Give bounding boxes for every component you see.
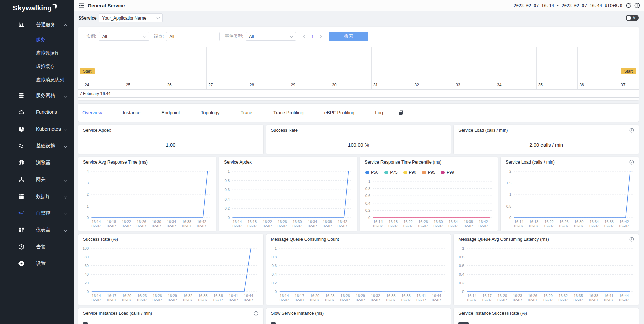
tab-trace-profiling[interactable]: Trace Profiling: [273, 110, 304, 115]
tab-ebpf-profiling[interactable]: eBPF Profiling: [324, 110, 354, 115]
tab-list: OverviewInstanceEndpointTopologyTraceTra…: [82, 110, 404, 115]
sidebar-item-浏览器[interactable]: 浏览器: [0, 154, 74, 171]
svg-text:16:22: 16:22: [263, 220, 272, 224]
svg-text:16:17: 16:17: [295, 294, 304, 298]
event-start-badge[interactable]: Start: [621, 68, 636, 74]
sidebar-item-服务网格[interactable]: 服务网格: [0, 87, 74, 104]
chart-card-slow-service-instance: Slow Service Instance (ms): [266, 308, 451, 324]
svg-text:2: 2: [87, 192, 89, 196]
info-icon[interactable]: [634, 3, 640, 8]
chevron-down-icon: [64, 128, 67, 131]
timeline-tick-label: 33: [456, 83, 460, 87]
svg-text:40: 40: [85, 272, 89, 276]
view-toggle[interactable]: V: [626, 15, 639, 21]
endpoint-filter-input[interactable]: All: [166, 32, 220, 41]
svg-text:02-07: 02-07: [401, 298, 411, 302]
svg-text:16:26: 16:26: [559, 220, 569, 224]
stat-title: Success Rate: [271, 128, 298, 133]
sidebar-item-告警[interactable]: 告警: [0, 238, 74, 255]
search-button[interactable]: 搜索: [329, 32, 368, 41]
svg-text:16:29: 16:29: [544, 294, 553, 298]
legend-item-p50[interactable]: P50: [365, 170, 378, 175]
sidebar-subitem-虚拟消息队列[interactable]: 虚拟消息队列: [0, 73, 74, 87]
sidebar-item-基础设施[interactable]: 基础设施: [0, 137, 74, 154]
skywalking-logo[interactable]: Skywalking: [0, 0, 74, 16]
svg-text:02-07: 02-07: [122, 224, 131, 228]
collapse-sidebar-icon[interactable]: [79, 3, 84, 8]
tab-log[interactable]: Log: [375, 110, 383, 115]
current-page[interactable]: 1: [311, 34, 314, 39]
tab-instance[interactable]: Instance: [123, 110, 140, 115]
svg-text:02-07: 02-07: [574, 224, 584, 228]
svg-text:02-07: 02-07: [544, 224, 554, 228]
main-area: General-Service 2023-02-07 16:14 ~ 2023-…: [74, 0, 644, 324]
chart-title: Message Queue Consuming Count: [271, 237, 339, 242]
dots-icon: [18, 143, 25, 149]
sidebar-item-网关[interactable]: 网关: [0, 171, 74, 188]
sidebar-item-数据库[interactable]: 数据库: [0, 188, 74, 205]
info-icon[interactable]: [629, 160, 634, 165]
timeline-tick-label: 30: [332, 83, 336, 87]
timeline-current-time: 7 February 16:44: [80, 91, 110, 96]
chart-title: Service Apdex: [224, 159, 252, 165]
svg-text:1: 1: [87, 204, 89, 208]
charts-row-3: Service Instances Load (calls / min) Slo…: [78, 308, 639, 324]
svg-text:16:26: 16:26: [418, 220, 428, 224]
copy-pages-icon[interactable]: [398, 110, 404, 116]
timeline-tick-label: 34: [497, 83, 501, 87]
timezone-label: UTC+8:0: [605, 3, 622, 8]
sidebar-item-Kubernetes[interactable]: Kubernetes: [0, 120, 74, 137]
sidebar-item-设置[interactable]: 设置: [0, 255, 74, 272]
svg-text:16:18: 16:18: [389, 220, 398, 224]
tab-trace[interactable]: Trace: [241, 110, 252, 115]
timeline-tick-label: 25: [126, 83, 130, 87]
svg-text:16:20: 16:20: [310, 294, 319, 298]
refresh-icon[interactable]: [626, 3, 631, 8]
sidebar-item-label: 浏览器: [36, 159, 51, 166]
svg-text:16:14: 16:14: [373, 220, 383, 224]
instance-filter-select[interactable]: All: [99, 32, 149, 41]
info-icon[interactable]: [629, 237, 634, 242]
tab-topology[interactable]: Topology: [201, 110, 220, 115]
svg-text:02-07: 02-07: [182, 224, 191, 228]
sidebar-item-仪表盘[interactable]: 仪表盘: [0, 221, 74, 238]
stat-title: Service Apdex: [83, 128, 111, 133]
timeline-gridline: [536, 47, 537, 89]
toggle-knob: [627, 16, 631, 20]
sidebar-item-自监控[interactable]: Sw自监控: [0, 205, 74, 221]
sidebar-item-Functions[interactable]: Functions: [0, 104, 74, 120]
chart-card-mq-consuming-latency: Message Queue Avg Consuming Latency (ms)…: [454, 234, 639, 305]
event-start-badge[interactable]: Start: [80, 68, 95, 74]
event-type-filter-select[interactable]: All: [246, 32, 296, 41]
svg-text:02-07: 02-07: [213, 298, 223, 302]
timeline-tick-label: 35: [538, 83, 543, 87]
sidebar-item-普通服务[interactable]: 普通服务: [0, 16, 74, 33]
info-icon[interactable]: [629, 128, 634, 133]
svg-text:16:18: 16:18: [529, 220, 539, 224]
sidebar-subitem-服务[interactable]: 服务: [0, 33, 74, 46]
svg-text:16:34: 16:34: [449, 220, 458, 224]
service-select[interactable]: Your_ApplicationName: [99, 13, 163, 22]
legend-item-p95[interactable]: P95: [422, 170, 435, 175]
chart-card-service-apdex: Service Apdex 10.80.60.40.2016:1402-0716…: [219, 157, 357, 231]
time-range[interactable]: 2023-02-07 16:14 ~ 2023-02-07 16:44: [514, 3, 602, 8]
sidebar-subitem-虚拟缓存[interactable]: 虚拟缓存: [0, 60, 74, 73]
legend-item-p75[interactable]: P75: [384, 170, 397, 175]
legend-item-p90[interactable]: P90: [403, 170, 416, 175]
timeline-gridline: [124, 47, 124, 89]
svg-text:02-07: 02-07: [167, 224, 176, 228]
svg-text:02-07: 02-07: [323, 224, 332, 228]
stat-cards-row: Service Apdex 1.00 Success Rate 100.00 %…: [78, 125, 639, 154]
next-page-icon[interactable]: [319, 35, 322, 38]
chevron-down-icon: [64, 144, 67, 148]
sidebar-subitem-虚拟数据库[interactable]: 虚拟数据库: [0, 46, 74, 60]
prev-page-icon[interactable]: [303, 35, 306, 38]
tab-overview[interactable]: Overview: [82, 110, 102, 115]
legend-item-p99[interactable]: P99: [441, 170, 454, 175]
chevron-down-icon: [64, 195, 67, 198]
top-header: General-Service 2023-02-07 16:14 ~ 2023-…: [74, 0, 644, 11]
tab-endpoint[interactable]: Endpoint: [161, 110, 180, 115]
info-icon[interactable]: [254, 311, 258, 316]
chart-card-response-time-percentile: Service Response Time Percentile (ms) P5…: [360, 157, 498, 231]
line-chart: 4321016:1402-0716:1802-0716:2202-0716:26…: [78, 167, 216, 231]
